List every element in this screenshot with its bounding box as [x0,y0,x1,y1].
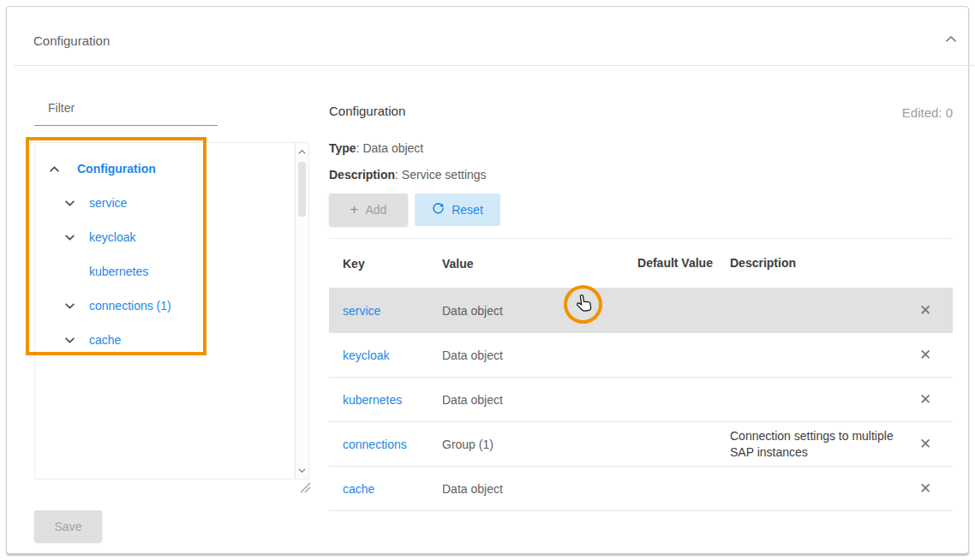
tree-item-connections[interactable]: connections (1) [35,289,292,323]
delete-icon[interactable]: ✕ [919,348,931,362]
description-cell: Connection settings to multiple SAP inst… [716,428,898,459]
key-link[interactable]: connections [343,438,407,451]
table-row[interactable]: connections Group (1) Connection setting… [329,422,953,467]
filter-input[interactable] [34,92,218,125]
reset-button-label: Reset [452,203,483,217]
key-link[interactable]: keycloak [343,349,389,362]
edited-counter: Edited: 0 [781,105,953,120]
reset-button[interactable]: Reset [415,194,500,226]
add-button[interactable]: + Add [329,194,408,226]
tree-item-label: service [89,196,127,210]
delete-icon[interactable]: ✕ [919,303,931,318]
delete-icon[interactable]: ✕ [919,437,931,451]
chevron-up-icon[interactable] [49,164,60,175]
table-row[interactable]: kubernetes Data object ✕ [329,378,953,422]
refresh-icon [432,202,445,217]
detail-title: Configuration [329,104,405,118]
configuration-table: Key Value Default Value Description serv… [329,238,953,511]
panel-title: Configuration [33,33,110,48]
tree-item-service[interactable]: service [35,186,292,220]
chevron-down-icon[interactable] [64,335,75,346]
column-header-description: Description [716,255,898,271]
add-button-label: Add [366,203,387,217]
table-row[interactable]: cache Data object ✕ [329,467,953,511]
column-header-default-value: Default Value [634,256,716,271]
tree-item-cache[interactable]: cache [35,323,292,357]
scroll-up-icon[interactable] [296,145,308,158]
type-label: Type [329,141,356,155]
filter-field: Filter [34,92,218,126]
tree-item-label: Configuration [77,162,156,176]
chevron-up-icon [945,33,957,49]
description-label: Description [329,168,395,182]
scrollbar-thumb[interactable] [298,162,306,217]
value-cell: Data object [428,349,634,362]
tree-item-label: cache [89,333,121,347]
column-header-value: Value [428,257,634,271]
tree-item-kubernetes[interactable]: kubernetes [35,254,292,289]
value-cell: Data object [428,304,634,318]
chevron-down-icon[interactable] [64,232,75,243]
resize-grip-icon[interactable] [299,481,311,493]
header-divider [14,65,975,66]
table-row[interactable]: keycloak Data object ✕ [329,333,953,378]
value-cell: Group (1) [428,438,634,451]
plus-icon: + [350,201,359,218]
description-line: Description: Service settings [329,168,487,182]
type-line: Type: Data object [329,141,423,155]
scroll-down-icon[interactable] [296,463,308,477]
tree-item-keycloak[interactable]: keycloak [35,220,292,254]
description-value: : Service settings [395,168,487,182]
tree-item-label: kubernetes [89,265,148,278]
tree-item-label: connections (1) [89,299,171,313]
chevron-down-icon[interactable] [64,198,75,209]
configuration-screen: Configuration Filter Configuration [0,0,975,560]
configuration-card: Configuration Filter Configuration [6,6,969,554]
chevron-down-icon[interactable] [64,301,75,312]
tree-item-label: keycloak [89,230,135,244]
tree-item-configuration-root[interactable]: Configuration [35,152,292,186]
tree-scrollbar[interactable] [295,143,308,479]
table-header-row: Key Value Default Value Description [329,239,953,289]
save-button[interactable]: Save [34,510,102,542]
value-cell: Data object [428,393,634,407]
column-header-key: Key [329,257,428,271]
delete-icon[interactable]: ✕ [919,481,931,496]
key-link[interactable]: cache [343,482,374,496]
value-cell: Data object [428,482,634,496]
type-value: : Data object [356,141,424,155]
key-link[interactable]: kubernetes [343,393,402,407]
configuration-tree-panel: Configuration service keycloak kubernete… [34,142,309,480]
delete-icon[interactable]: ✕ [919,392,931,407]
key-link[interactable]: service [343,304,380,318]
table-row[interactable]: service Data object ✕ [329,289,953,333]
collapse-panel-button[interactable] [941,31,961,51]
